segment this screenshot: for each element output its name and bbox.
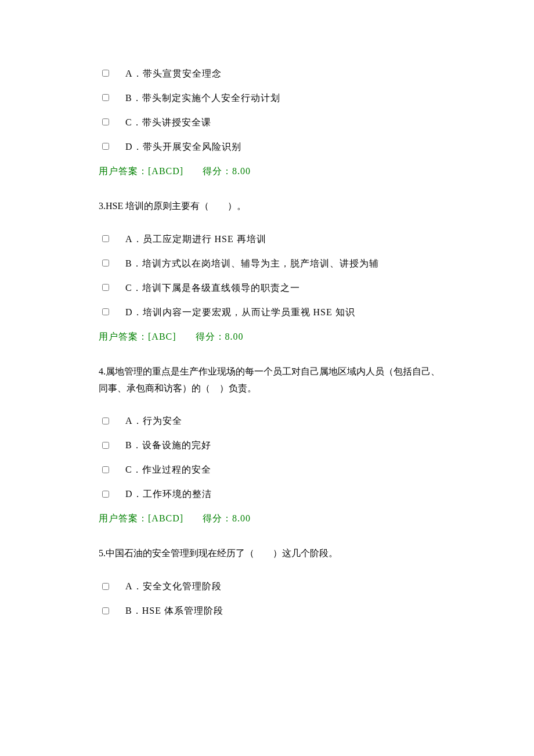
option-label: B．设备设施的完好 xyxy=(125,438,447,452)
answer-value: [ABCD] xyxy=(148,513,183,523)
checkbox-icon xyxy=(102,603,109,617)
answer-line: 用户答案：[ABCD] 得分：8.00 xyxy=(99,512,447,525)
option-label: A．带头宣贯安全理念 xyxy=(125,67,447,81)
question-block: 4.属地管理的重点是生产作业现场的每一个员工对自己属地区域内人员（包括自己、同事… xyxy=(99,363,447,526)
answer-value: [ABC] xyxy=(148,332,176,341)
option-checkbox[interactable] xyxy=(102,70,109,77)
option-checkbox[interactable] xyxy=(102,417,109,424)
checkbox-icon xyxy=(102,231,109,245)
option-label: D．带头开展安全风险识别 xyxy=(125,140,447,154)
checkbox-icon xyxy=(102,462,109,476)
checkbox-icon xyxy=(102,114,109,128)
answer-line: 用户答案：[ABCD] 得分：8.00 xyxy=(99,164,447,178)
checkbox-icon xyxy=(102,66,109,80)
options-list: A．员工应定期进行 HSE 再培训 B．培训方式以在岗培训、辅导为主，脱产培训、… xyxy=(99,232,447,319)
option-row: D．带头开展安全风险识别 xyxy=(99,140,447,154)
options-list: A．行为安全 B．设备设施的完好 C．作业过程的安全 D．工作环境的整洁 xyxy=(99,414,447,501)
answer-value: [ABCD] xyxy=(148,166,183,176)
option-row: B．设备设施的完好 xyxy=(99,438,447,452)
option-row: B．带头制定实施个人安全行动计划 xyxy=(99,91,447,105)
answer-prefix: 用户答案： xyxy=(99,332,148,341)
score-prefix: 得分： xyxy=(203,513,232,523)
question-stem: 3.HSE 培训的原则主要有（ ）。 xyxy=(99,198,447,215)
checkbox-icon xyxy=(102,437,109,451)
score-prefix: 得分： xyxy=(196,332,225,341)
option-checkbox[interactable] xyxy=(102,284,109,291)
question-block: 5.中国石油的安全管理到现在经历了（ ）这几个阶段。 A．安全文化管理阶段 B．… xyxy=(99,545,447,618)
checkbox-icon xyxy=(102,255,109,269)
option-label: B．HSE 体系管理阶段 xyxy=(125,604,447,618)
option-label: A．安全文化管理阶段 xyxy=(125,579,447,593)
checkbox-icon xyxy=(102,139,109,153)
checkbox-icon xyxy=(102,90,109,104)
answer-line: 用户答案：[ABC] 得分：8.00 xyxy=(99,330,447,344)
checkbox-icon xyxy=(102,304,109,318)
option-label: A．行为安全 xyxy=(125,414,447,428)
option-label: B．培训方式以在岗培训、辅导为主，脱产培训、讲授为辅 xyxy=(125,257,447,271)
score-value: 8.00 xyxy=(232,166,251,176)
option-label: C．带头讲授安全课 xyxy=(125,116,447,129)
option-row: C．作业过程的安全 xyxy=(99,463,447,477)
option-row: C．带头讲授安全课 xyxy=(99,116,447,129)
option-label: B．带头制定实施个人安全行动计划 xyxy=(125,91,447,105)
option-row: A．员工应定期进行 HSE 再培训 xyxy=(99,232,447,246)
page-content: A．带头宣贯安全理念 B．带头制定实施个人安全行动计划 C．带头讲授安全课 D．… xyxy=(0,0,534,672)
answer-prefix: 用户答案： xyxy=(99,166,148,176)
score-value: 8.00 xyxy=(232,513,251,523)
option-label: D．培训内容一定要宏观，从而让学员重视 HSE 知识 xyxy=(125,305,447,319)
question-block: 3.HSE 培训的原则主要有（ ）。 A．员工应定期进行 HSE 再培训 B．培… xyxy=(99,198,447,344)
option-row: B．HSE 体系管理阶段 xyxy=(99,604,447,618)
option-row: D．培训内容一定要宏观，从而让学员重视 HSE 知识 xyxy=(99,305,447,319)
answer-prefix: 用户答案： xyxy=(99,513,148,523)
option-row: C．培训下属是各级直线领导的职责之一 xyxy=(99,281,447,295)
checkbox-icon xyxy=(102,413,109,427)
question-block: A．带头宣贯安全理念 B．带头制定实施个人安全行动计划 C．带头讲授安全课 D．… xyxy=(99,67,447,178)
option-label: D．工作环境的整洁 xyxy=(125,487,447,501)
option-label: C．作业过程的安全 xyxy=(125,463,447,477)
option-checkbox[interactable] xyxy=(102,143,109,150)
checkbox-icon xyxy=(102,578,109,592)
option-checkbox[interactable] xyxy=(102,607,109,614)
option-checkbox[interactable] xyxy=(102,235,109,242)
option-row: A．带头宣贯安全理念 xyxy=(99,67,447,81)
options-list: A．带头宣贯安全理念 B．带头制定实施个人安全行动计划 C．带头讲授安全课 D．… xyxy=(99,67,447,154)
option-checkbox[interactable] xyxy=(102,466,109,473)
option-label: A．员工应定期进行 HSE 再培训 xyxy=(125,232,447,246)
question-stem: 5.中国石油的安全管理到现在经历了（ ）这几个阶段。 xyxy=(99,545,447,562)
option-row: D．工作环境的整洁 xyxy=(99,487,447,501)
option-checkbox[interactable] xyxy=(102,260,109,267)
score-value: 8.00 xyxy=(225,332,244,341)
question-stem: 4.属地管理的重点是生产作业现场的每一个员工对自己属地区域内人员（包括自己、同事… xyxy=(99,363,447,397)
checkbox-icon xyxy=(102,486,109,500)
option-checkbox[interactable] xyxy=(102,94,109,101)
option-checkbox[interactable] xyxy=(102,491,109,498)
option-row: B．培训方式以在岗培训、辅导为主，脱产培训、讲授为辅 xyxy=(99,257,447,271)
option-checkbox[interactable] xyxy=(102,442,109,449)
checkbox-icon xyxy=(102,280,109,294)
option-row: A．行为安全 xyxy=(99,414,447,428)
option-row: A．安全文化管理阶段 xyxy=(99,579,447,593)
option-checkbox[interactable] xyxy=(102,308,109,315)
option-checkbox[interactable] xyxy=(102,118,109,125)
options-list: A．安全文化管理阶段 B．HSE 体系管理阶段 xyxy=(99,579,447,618)
option-label: C．培训下属是各级直线领导的职责之一 xyxy=(125,281,447,295)
score-prefix: 得分： xyxy=(203,166,232,176)
option-checkbox[interactable] xyxy=(102,583,109,590)
